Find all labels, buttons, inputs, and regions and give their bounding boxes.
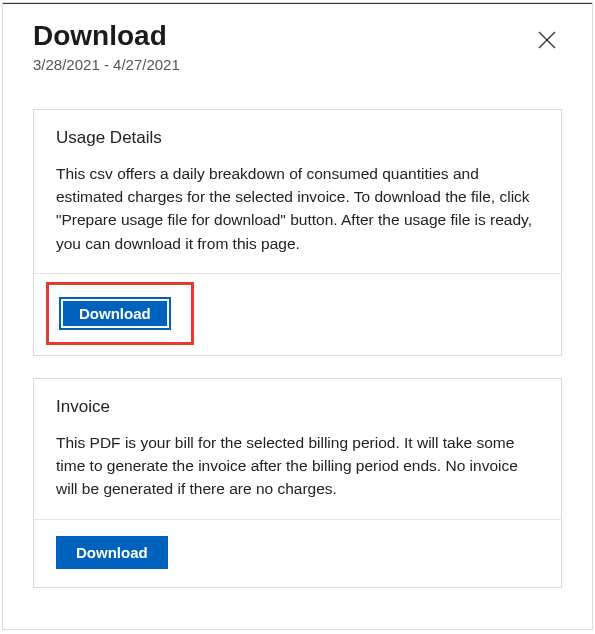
usage-details-card: Usage Details This csv offers a daily br… [33, 109, 562, 356]
panel-top-border [3, 3, 592, 4]
invoice-card: Invoice This PDF is your bill for the se… [33, 378, 562, 588]
title-block: Download 3/28/2021 - 4/27/2021 [33, 21, 180, 73]
usage-details-body: Usage Details This csv offers a daily br… [34, 110, 561, 273]
close-icon [538, 31, 556, 49]
panel-title: Download [33, 21, 180, 52]
usage-details-title: Usage Details [56, 128, 539, 148]
content-area: Usage Details This csv offers a daily br… [3, 109, 592, 588]
invoice-download-button[interactable]: Download [56, 536, 168, 569]
invoice-title: Invoice [56, 397, 539, 417]
invoice-body: Invoice This PDF is your bill for the se… [34, 379, 561, 519]
download-panel: Download 3/28/2021 - 4/27/2021 Usage Det… [2, 2, 593, 630]
panel-header: Download 3/28/2021 - 4/27/2021 [3, 3, 592, 87]
usage-details-footer: Download [34, 273, 561, 355]
invoice-footer: Download [34, 519, 561, 587]
invoice-description: This PDF is your bill for the selected b… [56, 431, 539, 501]
highlight-annotation: Download [46, 282, 194, 345]
usage-download-button[interactable]: Download [59, 297, 171, 330]
date-range: 3/28/2021 - 4/27/2021 [33, 56, 180, 73]
close-button[interactable] [532, 25, 562, 58]
usage-details-description: This csv offers a daily breakdown of con… [56, 162, 539, 255]
